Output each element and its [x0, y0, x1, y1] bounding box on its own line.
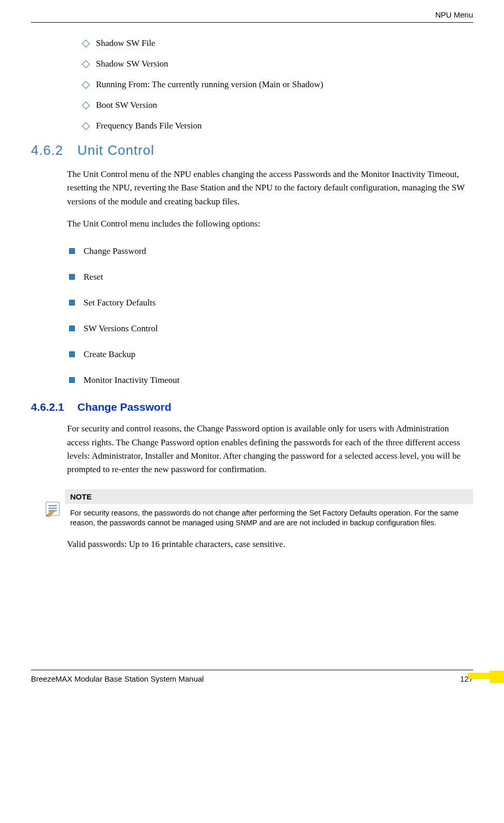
section-heading-462: 4.6.2 Unit Control	[31, 142, 473, 158]
list-item-text: Monitor Inactivity Timeout	[84, 375, 180, 385]
header-title: NPU Menu	[435, 10, 473, 19]
list-item: Shadow SW File	[83, 38, 473, 49]
note-box: NOTE For security reasons, the passwords…	[41, 489, 473, 528]
body-paragraph: The Unit Control menu of the NPU enables…	[67, 168, 473, 208]
list-item-text: Shadow SW File	[96, 38, 155, 48]
subsection-heading-4621: 4.6.2.1 Change Password	[31, 401, 473, 413]
list-item: Reset	[67, 272, 473, 282]
diamond-list: Shadow SW File Shadow SW Version Running…	[67, 38, 473, 131]
list-item: SW Versions Control	[67, 324, 473, 334]
page-footer: BreezeMAX Modular Base Station System Ma…	[31, 670, 473, 683]
list-item: Running From: The currently running vers…	[83, 79, 473, 90]
square-list: Change Password Reset Set Factory Defaul…	[67, 246, 473, 385]
list-item-text: Shadow SW Version	[96, 59, 168, 69]
note-icon	[41, 489, 65, 528]
corner-decoration	[468, 663, 504, 683]
note-text: For security reasons, the passwords do n…	[65, 504, 473, 528]
list-item: Frequency Bands File Version	[83, 121, 473, 131]
list-item-text: Boot SW Version	[96, 100, 157, 110]
list-item: Set Factory Defaults	[67, 298, 473, 308]
list-item-text: Create Backup	[84, 349, 136, 359]
list-item-text: Frequency Bands File Version	[96, 121, 202, 131]
section-title: Unit Control	[77, 142, 154, 158]
page-header: NPU Menu	[31, 0, 473, 23]
note-label: NOTE	[65, 489, 473, 504]
subsection-number: 4.6.2.1	[31, 401, 77, 413]
list-item: Shadow SW Version	[83, 59, 473, 69]
list-item: Create Backup	[67, 349, 473, 360]
list-item: Change Password	[67, 246, 473, 256]
list-item-text: Set Factory Defaults	[84, 298, 156, 308]
body-paragraph: Valid passwords: Up to 16 printable char…	[67, 538, 473, 551]
footer-manual-name: BreezeMAX Modular Base Station System Ma…	[31, 674, 204, 683]
list-item-text: Running From: The currently running vers…	[96, 79, 323, 89]
list-item-text: Reset	[84, 272, 103, 282]
subsection-title: Change Password	[77, 401, 171, 413]
list-item-text: SW Versions Control	[84, 324, 158, 333]
section-number: 4.6.2	[31, 142, 77, 158]
body-paragraph: For security and control reasons, the Ch…	[67, 422, 473, 476]
list-item-text: Change Password	[84, 246, 146, 256]
list-item: Monitor Inactivity Timeout	[67, 375, 473, 385]
list-item: Boot SW Version	[83, 100, 473, 110]
body-paragraph: The Unit Control menu includes the follo…	[67, 217, 473, 231]
